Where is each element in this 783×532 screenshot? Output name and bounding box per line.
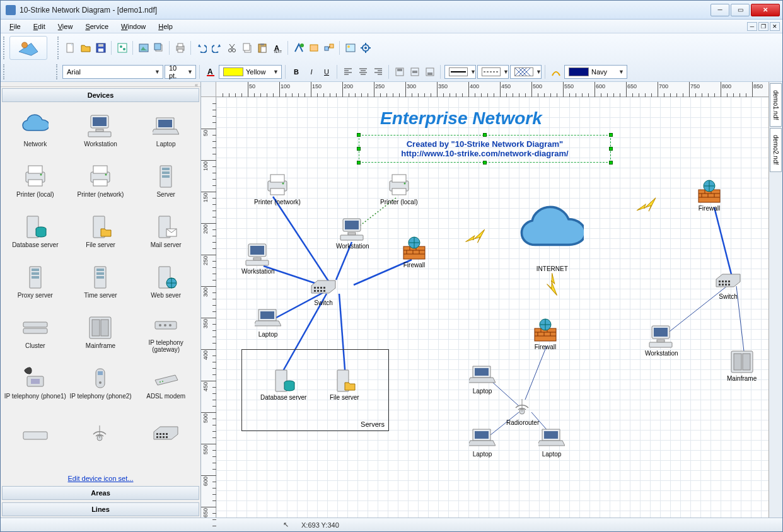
selection-handle[interactable] [357,161,361,165]
italic-button[interactable]: I [304,65,318,79]
close-button[interactable]: ✕ [751,4,780,16]
device-item[interactable]: Cluster [3,308,67,357]
device-item[interactable] [69,408,133,458]
diagram-title[interactable]: Enterprise Network [380,108,542,129]
diagram-node[interactable]: Switch [310,274,337,306]
menu-view[interactable]: View [52,21,79,32]
device-item[interactable]: Printer (network) [69,156,133,205]
diagram-node[interactable]: Firewall [400,236,428,269]
diagram-node[interactable]: Laptop [538,425,566,458]
diagram-node[interactable]: Laptop [468,425,496,458]
add-area-icon[interactable] [307,41,321,55]
copy-icon[interactable] [240,41,254,55]
doc-tab[interactable]: demo1.ndf [770,83,782,127]
selection-handle[interactable] [609,147,613,151]
toolbar-handle[interactable] [3,64,6,79]
device-item[interactable]: IP telephony (phone1) [3,358,67,407]
device-item[interactable]: Printer (local) [3,156,67,205]
diagram-subtitle[interactable]: Created by "10-Strike Network Diagram" h… [359,135,611,163]
save-file-icon[interactable] [94,41,108,55]
menu-service[interactable]: Service [79,21,115,32]
valign-top-icon[interactable] [393,65,407,79]
diagram-node[interactable]: Workstation [645,324,678,357]
mdi-restore-button[interactable]: ❐ [758,22,768,31]
selection-handle[interactable] [357,133,361,137]
selection-handle[interactable] [483,161,487,165]
edit-iconset-link[interactable]: Edit device icon set... [68,475,134,482]
diagram-node[interactable]: Mainframe [727,349,757,382]
diagram-node[interactable]: Firewall [695,179,723,212]
diagram-node[interactable]: File server [330,368,359,401]
device-item[interactable]: Server [134,156,198,205]
valign-bottom-icon[interactable] [423,65,437,79]
panel-devices[interactable]: Devices [2,88,199,102]
diagram-node[interactable]: Printer (network) [254,173,301,205]
device-item[interactable] [3,408,67,458]
diagram-node[interactable]: Workstation [336,217,369,250]
diagram-node[interactable]: INTERNET [519,204,586,272]
diagram-node[interactable]: Switch [714,267,742,300]
device-item[interactable]: File server [69,207,133,256]
device-item[interactable]: Database server [3,207,67,256]
diagram-node[interactable]: Laptop [254,305,282,338]
align-right-icon[interactable] [371,65,385,79]
fill-color-combo[interactable]: Yellow ▼ [219,65,282,79]
text-object-icon[interactable]: ATEXT [270,41,284,55]
background-icon[interactable] [344,41,357,55]
minimize-button[interactable]: ─ [710,4,729,16]
align-center-icon[interactable] [356,65,370,79]
copy-image-icon[interactable] [152,41,166,55]
device-item[interactable]: Mainframe [69,308,133,357]
panel-areas[interactable]: Areas [2,486,199,500]
line-style-combo[interactable]: ▼ [477,65,509,79]
new-file-icon[interactable] [64,41,78,55]
font-size-combo[interactable]: 10 pt. ▼ [165,65,196,79]
open-file-icon[interactable] [79,41,93,55]
menu-file[interactable]: File [3,21,27,32]
font-name-combo[interactable]: Arial ▼ [62,65,163,79]
toolbar-handle[interactable] [3,37,6,60]
font-color-button[interactable]: A [204,65,218,79]
add-line-icon[interactable] [322,41,336,55]
cut-icon[interactable] [225,41,239,55]
scan-network-icon[interactable] [115,41,129,55]
picture-icon[interactable] [137,41,151,55]
device-item[interactable]: Proxy server [3,257,67,306]
diagram-node[interactable]: Database server [260,368,306,401]
underline-button[interactable]: U [320,65,334,79]
device-item[interactable]: Time server [69,257,133,306]
device-item[interactable]: IP telephony (gateway) [134,308,198,357]
menu-help[interactable]: Help [152,21,179,32]
sidebar-collapse-icon[interactable]: « [1,82,200,87]
print-icon[interactable] [173,41,187,55]
selection-handle[interactable] [609,161,613,165]
menu-edit[interactable]: Edit [27,21,52,32]
device-item[interactable]: Workstation [69,106,133,155]
undo-icon[interactable] [195,41,209,55]
diagram-node[interactable]: Workstation [241,242,275,275]
selection-handle[interactable] [609,133,613,137]
mdi-minimize-button[interactable]: ─ [747,22,757,31]
toolbar-handle[interactable] [56,64,59,79]
diagram-node[interactable]: Radiorouter [506,393,539,426]
panel-lines[interactable]: Lines [2,502,199,516]
settings-icon[interactable] [359,41,373,55]
device-item[interactable]: Laptop [134,106,198,155]
align-left-icon[interactable] [341,65,355,79]
selection-handle[interactable] [483,133,487,137]
add-device-icon[interactable] [292,41,306,55]
redo-icon[interactable] [210,41,224,55]
bold-button[interactable]: B [289,65,303,79]
device-item[interactable]: ADSL modem [134,358,198,407]
device-item[interactable] [134,408,198,458]
titlebar[interactable]: 10-Strike Network Diagram - [demo1.ndf] … [1,1,782,20]
app-logo-button[interactable] [9,36,47,60]
line-weight-combo[interactable]: ▼ [444,65,476,79]
selection-handle[interactable] [357,147,361,151]
device-item[interactable]: Web sever [134,257,198,306]
toolbar-handle[interactable] [57,37,60,60]
fill-pattern-combo[interactable]: ▼ [510,65,542,79]
menu-window[interactable]: Window [115,21,152,32]
paste-icon[interactable] [255,41,269,55]
line-color-icon[interactable] [549,65,563,79]
